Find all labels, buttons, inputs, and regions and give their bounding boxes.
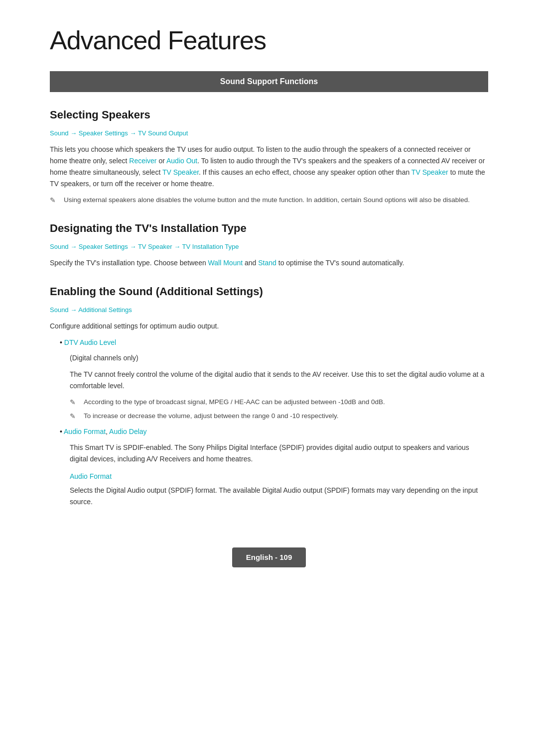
link-receiver[interactable]: Receiver <box>129 157 156 165</box>
link-wall-mount[interactable]: Wall Mount <box>208 259 243 267</box>
note-selecting-speakers: Using external speakers alone disables t… <box>50 195 488 206</box>
link-stand[interactable]: Stand <box>258 259 276 267</box>
link-audio-delay[interactable]: Audio Delay <box>109 428 147 435</box>
link-audio-format[interactable]: Audio Format <box>64 428 106 435</box>
footer: English - 109 <box>50 547 488 577</box>
bullet-list-enabling-sound: DTV Audio Level (Digital channels only) … <box>60 337 488 508</box>
link-tv-speaker-2[interactable]: TV Speaker <box>411 168 448 176</box>
breadcrumb-link-sound-2[interactable]: Sound <box>50 243 69 250</box>
audio-format-delay-body: This Smart TV is SPDIF-enabled. The Sony… <box>70 442 488 465</box>
page-title: Advanced Features <box>50 20 488 61</box>
bullet-audio-format-delay: Audio Format, Audio Delay <box>60 426 488 437</box>
breadcrumb-link-tv-installation-type[interactable]: TV Installation Type <box>182 243 239 250</box>
dtv-audio-level-body: The TV cannot freely control the volume … <box>70 369 488 392</box>
breadcrumb-link-sound[interactable]: Sound <box>50 129 69 137</box>
section-header-bar: Sound Support Functions <box>50 71 488 92</box>
breadcrumb-designating-installation: Sound → Speaker Settings → TV Speaker → … <box>50 242 488 252</box>
enabling-sound-intro: Configure additional settings for optimu… <box>50 321 488 332</box>
breadcrumb-link-tv-sound-output[interactable]: TV Sound Output <box>138 129 188 137</box>
designating-installation-body: Specify the TV's installation type. Choo… <box>50 257 488 269</box>
link-audio-out[interactable]: Audio Out <box>166 157 197 165</box>
selecting-speakers-body: This lets you choose which speakers the … <box>50 144 488 190</box>
audio-format-delay-indent: This Smart TV is SPDIF-enabled. The Sony… <box>60 442 488 508</box>
section-title-selecting-speakers: Selecting Speakers <box>50 106 488 123</box>
bullet-dtv-audio-level: DTV Audio Level <box>60 337 488 348</box>
link-dtv-audio-level[interactable]: DTV Audio Level <box>64 338 116 346</box>
section-title-designating-installation: Designating the TV's Installation Type <box>50 219 488 237</box>
link-tv-speaker[interactable]: TV Speaker <box>162 168 199 176</box>
section-title-enabling-sound: Enabling the Sound (Additional Settings) <box>50 283 488 300</box>
breadcrumb-link-tv-speaker-3[interactable]: TV Speaker <box>138 243 172 250</box>
breadcrumb-link-additional-settings[interactable]: Additional Settings <box>78 306 132 314</box>
section-designating-installation: Designating the TV's Installation Type S… <box>50 219 488 269</box>
breadcrumb-link-speaker-settings-2[interactable]: Speaker Settings <box>79 243 128 250</box>
note-dtv-audio-level-1: According to the type of broadcast signa… <box>70 397 488 408</box>
breadcrumb-link-sound-3[interactable]: Sound <box>50 306 69 314</box>
breadcrumb-link-speaker-settings[interactable]: Speaker Settings <box>79 129 128 137</box>
breadcrumb-enabling-sound: Sound → Additional Settings <box>50 305 488 316</box>
breadcrumb-selecting-speakers: Sound → Speaker Settings → TV Sound Outp… <box>50 128 488 139</box>
section-enabling-sound: Enabling the Sound (Additional Settings)… <box>50 283 488 508</box>
link-sound-note[interactable]: Sound <box>363 196 383 204</box>
note-dtv-audio-level-2: To increase or decrease the volume, adju… <box>70 411 488 422</box>
sub-section-title-audio-format: Audio Format <box>70 471 488 482</box>
audio-format-sub-body: Selects the Digital Audio output (SPDIF)… <box>70 485 488 508</box>
section-selecting-speakers: Selecting Speakers Sound → Speaker Setti… <box>50 106 488 206</box>
dtv-audio-level-indent: (Digital channels only) The TV cannot fr… <box>60 352 488 421</box>
dtv-audio-level-sub-label: (Digital channels only) <box>70 352 488 364</box>
footer-badge: English - 109 <box>232 547 306 567</box>
